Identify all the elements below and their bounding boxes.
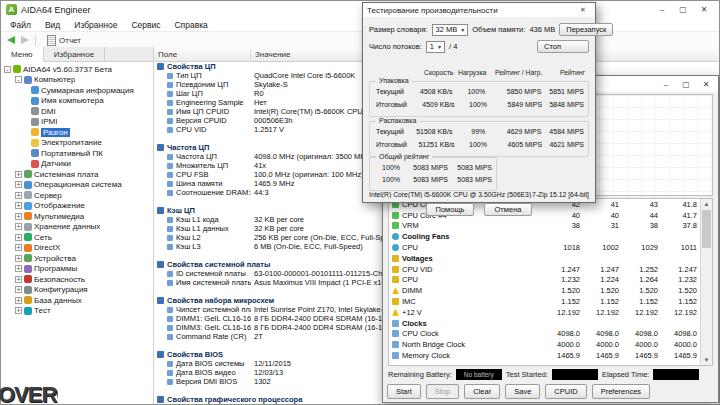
tree-item[interactable]: Датчики [1,159,153,170]
sensor-row[interactable]: CPU VID 1.247 1.247 1.252 1.247 [389,264,700,275]
tree-item[interactable]: + Безопасность [1,274,153,285]
tree-item[interactable]: Имя компьютера [1,96,153,107]
maximize-icon[interactable] [673,3,693,17]
scrollbar-thumb[interactable] [702,210,711,248]
tree-item[interactable]: + Сервер [1,190,153,201]
tree-item[interactable]: Портативный ПК [1,148,153,159]
tree-item[interactable]: + DirectX [1,243,153,254]
tree-item[interactable]: IPMI [1,117,153,128]
expander-icon[interactable]: + [15,171,22,178]
tree-item[interactable]: + Операционная система [1,180,153,191]
close-icon[interactable] [694,3,714,17]
tree-item[interactable]: + Тест [1,306,153,317]
stability-button[interactable]: Start [387,384,421,399]
tree-item[interactable]: + Мультимедиа [1,211,153,222]
tree-item[interactable]: + Отображение [1,201,153,212]
forward-icon[interactable] [21,36,29,44]
stability-button[interactable]: Save [505,384,540,399]
back-icon[interactable] [7,36,15,44]
tree-item[interactable]: + База данных [1,295,153,306]
expander-icon[interactable]: + [15,307,22,314]
sensor-maximum: 38 [622,221,661,230]
sensor-label: IMC [402,297,416,306]
sensor-row[interactable]: CPU 1018 1002 1029 1011 [389,242,700,253]
sensor-minimum: 1.520 [583,286,622,295]
menu-item[interactable]: Избранное [67,18,124,31]
tab-menu[interactable]: Меню [1,47,44,62]
scroll-down-icon[interactable]: ▼ [701,355,712,365]
tree-item-icon [24,191,32,199]
cancel-button[interactable]: Отмена [484,203,532,216]
sensor-row[interactable]: Voltages [389,253,700,264]
expander-icon[interactable]: + [15,234,22,241]
expander-icon[interactable]: + [15,192,22,199]
compression-current-row: Текущий 4508 KB/s 100% 5850 MIPS 5851 MI… [370,85,588,98]
expander-icon[interactable]: + [15,297,22,304]
report-button[interactable]: Отчет [42,33,86,48]
menu-item[interactable]: Сервис [124,18,167,31]
stability-button[interactable]: CPUID [545,384,586,399]
sensor-row[interactable]: DIMM 1.520 1.520 1.520 1.520 [389,285,700,296]
tree-item[interactable]: + Сеть [1,232,153,243]
tree-item-icon [31,149,39,157]
tree-item[interactable]: + Хранение данных [1,222,153,233]
benchmark-close-icon[interactable]: ✕ [575,4,591,16]
sensor-label: CPU VID [402,265,432,274]
menu-item[interactable]: Файл [3,18,38,31]
expander-icon[interactable]: + [15,202,22,209]
sensor-row[interactable]: North Bridge Clock 4000.0 4000.0 4000.0 … [389,339,700,350]
expander-icon[interactable]: + [15,244,22,251]
tree-item[interactable]: Электропитание [1,138,153,149]
sensor-row[interactable]: Memory Clock 1465.9 1465.9 1465.9 1465.9 [389,350,700,361]
field-name: Чипсет системной платы [176,305,251,314]
sensor-row[interactable]: Clocks [389,318,700,329]
tree-item[interactable]: Суммарная информация [1,85,153,96]
tree-item[interactable]: DMI [1,106,153,117]
expander-icon[interactable]: - [15,76,22,83]
stability-minimize-icon[interactable] [656,77,676,91]
sensor-row[interactable]: VRM 38 31 38 37.8 [389,221,700,232]
expander-icon[interactable]: + [15,276,22,283]
expander-icon[interactable]: + [15,181,22,188]
tree-item[interactable]: - AIDA64 v5.60.3737 Бета [1,64,153,75]
stability-button[interactable]: Stop [426,384,459,399]
stop-button[interactable]: Стоп [537,40,589,53]
sensor-row[interactable]: IMC 1.152 1.152 1.152 1.152 [389,296,700,307]
expander-icon[interactable]: - [4,66,11,73]
expander-icon[interactable]: + [15,255,22,262]
sensor-row[interactable]: CPU Clock 4098.0 4098.0 4098.0 4098.0 [389,329,700,340]
tree-item[interactable]: Разгон [1,127,153,138]
dictionary-select[interactable]: 32 MB [432,24,469,36]
sensor-row[interactable]: +12 V 12.192 12.192 12.192 12.192 [389,307,700,318]
expander-icon[interactable]: + [15,265,22,272]
minimize-icon[interactable] [652,3,672,17]
sensor-maximum: 4098.0 [622,329,661,338]
sensor-row[interactable]: Cooling Fans [389,231,700,242]
stability-button[interactable]: Preferences [592,384,650,399]
menu-item[interactable]: Вид [38,18,67,31]
tree-item[interactable]: + Системная плата [1,169,153,180]
stability-button[interactable]: Clear [464,384,500,399]
sensor-icon [392,222,399,229]
sensor-row[interactable]: CPU 1.232 1.224 1.264 1.232 [389,275,700,286]
tree-item[interactable]: - Компьютер [1,75,153,86]
menu-item[interactable]: Справка [167,18,214,31]
threads-select[interactable]: 1 [426,41,445,53]
scroll-up-icon[interactable]: ▲ [701,199,712,209]
field-icon [167,226,173,232]
stability-close-icon[interactable] [696,77,716,91]
expander-icon[interactable]: + [15,223,22,230]
restart-button[interactable]: Перезапуск [559,23,613,36]
field-icon [167,181,173,187]
tab-favorites[interactable]: Избранное [44,47,106,61]
tree-item[interactable]: + Конфигурация [1,285,153,296]
help-button[interactable]: Помощь [426,203,474,216]
stability-maximize-icon[interactable] [676,77,696,91]
sensor-current: 1018 [544,243,583,252]
tree-item[interactable]: + Устройства [1,253,153,264]
expander-icon[interactable]: + [15,213,22,220]
tree-item[interactable]: + Программы [1,264,153,275]
sensor-scrollbar[interactable]: ▲ ▼ [700,199,712,365]
expander-icon[interactable]: + [15,286,22,293]
column-field[interactable]: Поле [154,50,251,59]
